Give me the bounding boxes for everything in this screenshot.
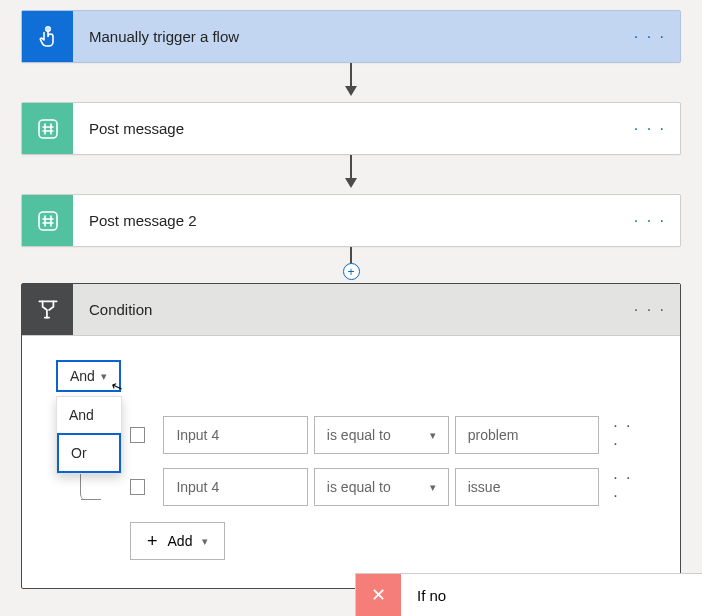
row-compare-input[interactable]: problem (455, 416, 599, 454)
hash-icon (22, 103, 73, 154)
condition-header[interactable]: Condition · · · (22, 284, 680, 336)
row-compare-input[interactable]: issue (455, 468, 599, 506)
group-operator-select[interactable]: And ▾ ↖ And Or (56, 360, 121, 392)
row-menu[interactable]: · · · (605, 469, 652, 505)
add-step-icon[interactable]: + (343, 263, 360, 280)
close-icon: ✕ (356, 574, 401, 616)
condition-icon (22, 284, 73, 335)
step-menu[interactable]: · · · (620, 28, 680, 46)
svg-rect-2 (39, 212, 57, 230)
step-trigger[interactable]: Manually trigger a flow · · · (21, 10, 681, 63)
chevron-down-icon: ▾ (430, 481, 436, 494)
add-label: Add (168, 533, 193, 549)
condition-title: Condition (73, 301, 620, 318)
arrow-connector (345, 155, 357, 188)
condition-row: Input 4 is equal to ▾ issue · · · (130, 468, 652, 506)
row-operator-label: is equal to (327, 479, 391, 495)
arrow-connector (345, 63, 357, 96)
dropdown-option-and[interactable]: And (57, 397, 121, 433)
row-menu[interactable]: · · · (605, 417, 652, 453)
if-no-label: If no (401, 587, 462, 604)
condition-menu[interactable]: · · · (620, 301, 680, 319)
step-title: Post message (73, 120, 620, 137)
arrow-connector: + (345, 247, 357, 277)
row-value-input[interactable]: Input 4 (163, 416, 307, 454)
step-menu[interactable]: · · · (620, 120, 680, 138)
step-menu[interactable]: · · · (620, 212, 680, 230)
group-operator-label: And (70, 368, 95, 384)
add-row-button[interactable]: + Add ▾ (130, 522, 225, 560)
chevron-down-icon: ▾ (202, 535, 208, 548)
condition-block: Condition · · · And ▾ ↖ And Or (21, 283, 681, 589)
chevron-down-icon: ▾ (101, 370, 107, 383)
row-value-input[interactable]: Input 4 (163, 468, 307, 506)
step-title: Manually trigger a flow (73, 28, 620, 45)
group-operator-dropdown: And Or (56, 396, 122, 474)
row-operator-label: is equal to (327, 427, 391, 443)
touch-icon (22, 11, 73, 62)
row-operator-select[interactable]: is equal to ▾ (314, 468, 449, 506)
plus-icon: + (147, 532, 158, 550)
step-title: Post message 2 (73, 212, 620, 229)
condition-row: Input 4 is equal to ▾ problem · · · (130, 416, 652, 454)
row-checkbox[interactable] (130, 479, 145, 495)
dropdown-option-or[interactable]: Or (57, 433, 121, 473)
chevron-down-icon: ▾ (430, 429, 436, 442)
row-checkbox[interactable] (130, 427, 145, 443)
hash-icon (22, 195, 73, 246)
step-post-message[interactable]: Post message · · · (21, 102, 681, 155)
svg-rect-1 (39, 120, 57, 138)
row-operator-select[interactable]: is equal to ▾ (314, 416, 449, 454)
condition-branches: ✕ If no (0, 573, 702, 616)
step-post-message-2[interactable]: Post message 2 · · · (21, 194, 681, 247)
if-no-branch[interactable]: ✕ If no (355, 573, 702, 616)
